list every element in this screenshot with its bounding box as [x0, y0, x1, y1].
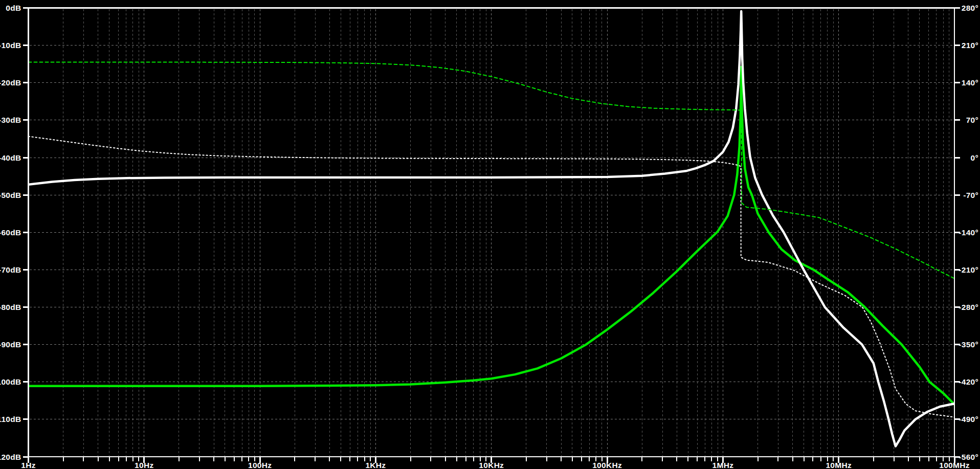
y-left-label[interactable]: -10dB — [0, 41, 21, 50]
y-left-label[interactable]: -50dB — [0, 191, 21, 199]
y-left-label[interactable]: -40dB — [0, 153, 21, 162]
y-left-label[interactable]: -70dB — [0, 265, 21, 274]
y-left-label[interactable]: -120dB — [0, 453, 21, 461]
x-axis-label[interactable]: 1KHz — [365, 461, 386, 469]
x-axis-label[interactable]: 100MHz — [939, 461, 970, 469]
y-right-label[interactable]: -280° — [959, 303, 978, 311]
y-left-label[interactable]: 0dB — [6, 4, 21, 12]
bode-plot-area[interactable]: 0dB-10dB-20dB-30dB-40dB-50dB-60dB-70dB-8… — [0, 0, 980, 469]
y-left-label[interactable]: -100dB — [0, 377, 21, 386]
y-right-label[interactable]: 70° — [966, 116, 978, 124]
x-axis-label[interactable]: 1Hz — [21, 461, 35, 469]
y-left-label[interactable]: -20dB — [0, 78, 21, 87]
x-axis-label[interactable]: 10Hz — [135, 461, 153, 469]
y-right-label[interactable]: 0° — [971, 153, 978, 162]
y-right-label[interactable]: 280° — [962, 4, 978, 12]
y-left-label[interactable]: -30dB — [0, 116, 21, 124]
x-axis-label[interactable]: 100Hz — [248, 461, 272, 469]
y-right-label[interactable]: -350° — [959, 340, 978, 349]
y-right-label[interactable]: -560° — [959, 453, 978, 461]
y-right-label[interactable]: -210° — [959, 265, 978, 274]
y-left-label[interactable]: -60dB — [0, 228, 21, 237]
x-axis-label[interactable]: 1MHz — [712, 461, 734, 469]
x-axis-label[interactable]: 10MHz — [826, 461, 852, 469]
y-left-label[interactable]: -90dB — [0, 340, 21, 349]
y-right-label[interactable]: 140° — [962, 78, 978, 87]
y-right-label[interactable]: -490° — [959, 415, 978, 423]
y-right-label[interactable]: -420° — [959, 377, 978, 386]
y-left-label[interactable]: -80dB — [0, 303, 21, 311]
y-right-label[interactable]: -140° — [959, 228, 978, 237]
x-axis-label[interactable]: 10KHz — [479, 461, 504, 469]
y-right-label[interactable]: -70° — [963, 191, 978, 199]
waveform-viewer-pane[interactable]: I(R12) I(R20) 0dB-10dB-20dB-30dB-40dB-50… — [0, 0, 980, 469]
plot-background — [0, 0, 980, 469]
y-left-label[interactable]: -110dB — [0, 415, 21, 423]
y-right-label[interactable]: 210° — [962, 41, 978, 50]
x-axis-label[interactable]: 100KHz — [592, 461, 622, 469]
